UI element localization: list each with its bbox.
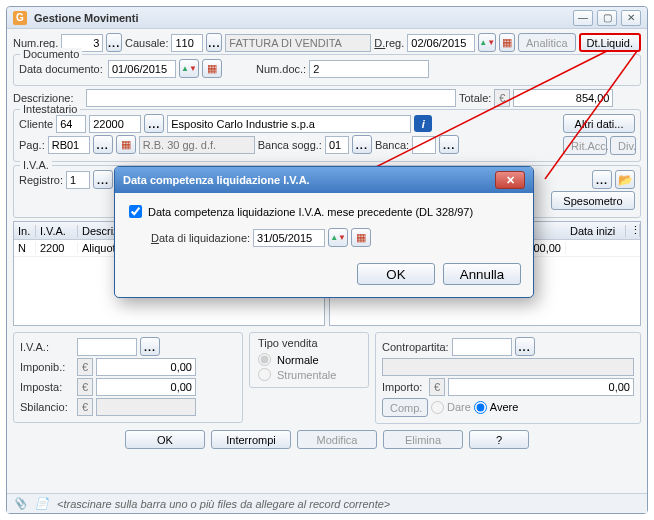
- registro-label: Registro:: [19, 174, 63, 186]
- interrompi-button[interactable]: Interrompi: [211, 430, 291, 449]
- banca-label: Banca:: [375, 139, 409, 151]
- modal-check-label: Data competenza liquidazione I.V.A. mese…: [148, 206, 473, 218]
- banca-lookup-button[interactable]: ...: [439, 135, 459, 154]
- iva-tot-label: I.V.A.:: [20, 341, 74, 353]
- modal-calendar-icon[interactable]: [351, 228, 371, 247]
- importo-input[interactable]: [448, 378, 634, 396]
- contropartita-lookup[interactable]: ...: [515, 337, 535, 356]
- numdoc-label: Num.doc.:: [256, 63, 306, 75]
- radio-normale[interactable]: Normale: [258, 353, 360, 366]
- comp-button[interactable]: Comp.: [382, 398, 428, 417]
- causale-desc: [225, 34, 371, 52]
- modifica-button[interactable]: Modifica: [297, 430, 377, 449]
- importo-label: Importo:: [382, 381, 426, 393]
- status-text: <trascinare sulla barra uno o più files …: [57, 498, 390, 510]
- registro-lookup-button[interactable]: ...: [93, 170, 113, 189]
- data-doc-calendar-icon[interactable]: [202, 59, 222, 78]
- maximize-button[interactable]: ▢: [597, 10, 617, 26]
- contropartita-desc: [382, 358, 634, 376]
- totals-box: I.V.A.: ... Imponib.: Imposta: Sbilancio…: [13, 332, 243, 423]
- radio-strumentale[interactable]: Strumentale: [258, 368, 360, 381]
- clip-icon[interactable]: 📎: [13, 497, 27, 510]
- modal-data-input[interactable]: [253, 229, 325, 247]
- pag-lookup-button[interactable]: ...: [93, 135, 113, 154]
- extra-lookup-button[interactable]: ...: [592, 170, 612, 189]
- modal-data-stepper[interactable]: ▲▼: [328, 228, 348, 247]
- dreg-calendar-icon[interactable]: [499, 33, 515, 52]
- pag-calendar-icon[interactable]: [116, 135, 136, 154]
- cliente-cod-input[interactable]: [89, 115, 141, 133]
- dreg-stepper[interactable]: ▲▼: [478, 33, 496, 52]
- modal-checkbox[interactable]: [129, 205, 142, 218]
- intestatario-group: Intestatario Cliente ... i Pag.: ...: [13, 109, 641, 162]
- div-button[interactable]: Div.: [610, 136, 636, 155]
- sbilancio-label: Sbilancio:: [20, 401, 74, 413]
- ok-button[interactable]: OK: [125, 430, 205, 449]
- dtliquid-button[interactable]: Dt.Liquid.: [579, 33, 641, 52]
- radio-dare[interactable]: Dare: [431, 401, 471, 415]
- imposta-input[interactable]: [96, 378, 196, 396]
- gh-scroll: ⋮: [626, 224, 640, 237]
- pag-label: Pag.:: [19, 139, 45, 151]
- imponib-input[interactable]: [96, 358, 196, 376]
- elimina-button[interactable]: Elimina: [383, 430, 463, 449]
- totale-currency: [494, 89, 510, 107]
- dreg-input[interactable]: [407, 34, 475, 52]
- banca-sogg-lookup-button[interactable]: ...: [352, 135, 372, 154]
- window-title: Gestione Movimenti: [34, 12, 139, 24]
- folder-icon[interactable]: [615, 170, 635, 189]
- numdoc-input[interactable]: [309, 60, 429, 78]
- descrizione-input[interactable]: [86, 89, 456, 107]
- tipo-vendita-label: Tipo vendita: [258, 337, 360, 349]
- numreg-lookup-button[interactable]: ...: [106, 33, 122, 52]
- dreg-label: D.reg.: [374, 37, 404, 49]
- doc-icon[interactable]: 📄: [35, 497, 49, 510]
- analitica-button[interactable]: Analitica: [518, 33, 576, 52]
- iva-tot-input[interactable]: [77, 338, 137, 356]
- banca-input[interactable]: [412, 136, 436, 154]
- banca-sogg-input[interactable]: [325, 136, 349, 154]
- pag-desc: [139, 136, 255, 154]
- contropartita-label: Contropartita:: [382, 341, 449, 353]
- data-doc-label: Data documento:: [19, 63, 105, 75]
- contropartita-input[interactable]: [452, 338, 512, 356]
- imponib-label: Imponib.:: [20, 361, 74, 373]
- imposta-label: Imposta:: [20, 381, 74, 393]
- cliente-rag-input[interactable]: [167, 115, 411, 133]
- registro-input[interactable]: [66, 171, 90, 189]
- cliente-tipo-input[interactable]: [56, 115, 86, 133]
- spesometro-button[interactable]: Spesometro: [551, 191, 635, 210]
- causale-label: Causale:: [125, 37, 168, 49]
- banca-sogg-label: Banca sogg.:: [258, 139, 322, 151]
- modal-annulla-button[interactable]: Annulla: [443, 263, 521, 285]
- info-icon[interactable]: i: [414, 115, 432, 132]
- gh-iva[interactable]: I.V.A.: [36, 225, 78, 237]
- top-row: Num.reg. ... Causale: ... D.reg. ▲▼ Anal…: [13, 33, 641, 52]
- titlebar: G Gestione Movimenti — ▢ ✕: [7, 7, 647, 29]
- modal-titlebar: Data competenza liquidazione I.V.A. ✕: [115, 167, 533, 193]
- cell-iva: 2200: [36, 242, 78, 254]
- minimize-button[interactable]: —: [573, 10, 593, 26]
- pag-input[interactable]: [48, 136, 90, 154]
- data-doc-input[interactable]: [108, 60, 176, 78]
- close-button[interactable]: ✕: [621, 10, 641, 26]
- gh-data-inizi[interactable]: Data inizi: [566, 225, 626, 237]
- causale-lookup-button[interactable]: ...: [206, 33, 222, 52]
- ritacc-button[interactable]: Rit.Acc.: [563, 136, 607, 155]
- totale-label: Totale:: [459, 92, 491, 104]
- totale-input[interactable]: [513, 89, 613, 107]
- causale-input[interactable]: [171, 34, 203, 52]
- iva-tot-lookup[interactable]: ...: [140, 337, 160, 356]
- modal-data-label: Data di liquidazione:: [151, 232, 250, 244]
- cliente-lookup-button[interactable]: ...: [144, 114, 164, 133]
- modal-close-button[interactable]: ✕: [495, 171, 525, 189]
- radio-avere[interactable]: Avere: [474, 401, 519, 415]
- gh-in[interactable]: In.: [14, 225, 36, 237]
- data-doc-stepper[interactable]: ▲▼: [179, 59, 199, 78]
- modal-ok-button[interactable]: OK: [357, 263, 435, 285]
- contropartita-box: Contropartita: ... Importo: Comp. Dare A…: [375, 332, 641, 424]
- help-button[interactable]: ?: [469, 430, 529, 449]
- cliente-label: Cliente: [19, 118, 53, 130]
- altri-dati-button[interactable]: Altri dati...: [563, 114, 635, 133]
- intestatario-title: Intestatario: [20, 103, 80, 115]
